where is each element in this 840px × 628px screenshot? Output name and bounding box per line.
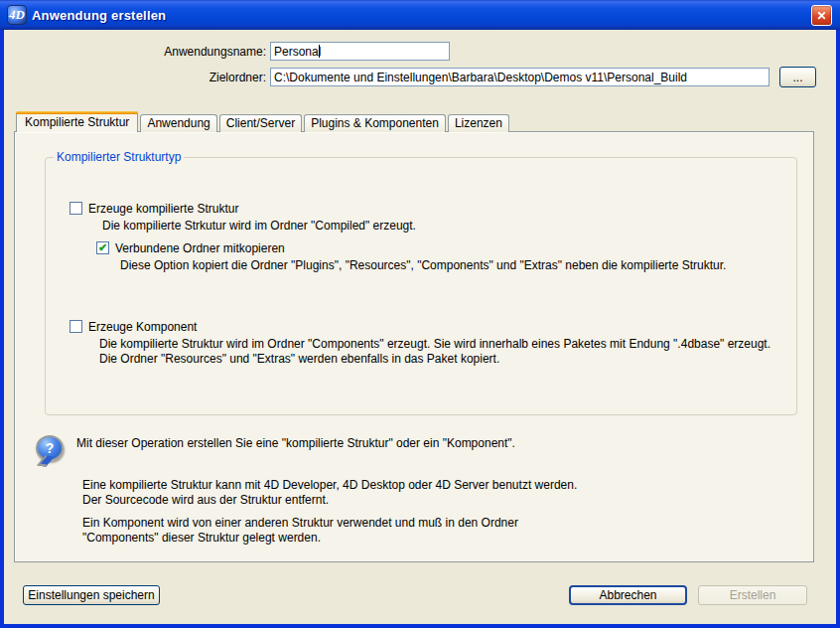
checkbox-label: Erzeuge Komponent <box>88 320 197 334</box>
save-settings-button[interactable]: Einstellungen speichern <box>23 585 160 605</box>
help-line: Der Sourcecode wird aus der Struktur ent… <box>82 493 577 508</box>
checkbox-label: Erzeuge kompilierte Struktur <box>88 202 238 216</box>
help-line: Ein Komponent wird von einer anderen Str… <box>82 516 518 531</box>
help-intro: Mit dieser Operation erstellen Sie eine … <box>76 436 515 451</box>
title-bar: 4D Anwendung erstellen ✕ <box>0 0 840 30</box>
help-line: Eine kompilierte Struktur kann mit 4D De… <box>82 478 577 493</box>
tab-client-server[interactable]: Client/Server <box>219 114 302 132</box>
help-line: "Components" dieser Struktur gelegt werd… <box>82 531 518 546</box>
app-name-input[interactable] <box>270 42 450 61</box>
option-description: Die Ordner "Resources" und "Extras" werd… <box>99 352 499 366</box>
dialog-window: 4D Anwendung erstellen ✕ Anwendungsname:… <box>0 0 840 628</box>
question-mark-icon: ? <box>46 440 55 456</box>
check-icon: ✔ <box>98 242 107 253</box>
window-title: Anwendung erstellen <box>32 8 166 23</box>
groupbox-kompilierter-strukturtyp: Kompilierter Strukturtyp <box>45 157 797 415</box>
close-button[interactable]: ✕ <box>811 5 832 26</box>
cancel-button[interactable]: Abbrechen <box>569 585 687 605</box>
target-folder-label: Zielordner: <box>87 71 266 84</box>
tab-anwendung[interactable]: Anwendung <box>140 114 216 132</box>
4d-logo-icon: 4D <box>7 5 27 25</box>
close-icon: ✕ <box>816 9 826 23</box>
checkbox-verbundene-ordner[interactable]: ✔ <box>96 241 109 254</box>
tab-plugins-komponenten[interactable]: Plugins & Komponenten <box>304 114 446 132</box>
browse-button[interactable]: ... <box>779 67 816 87</box>
create-button: Erstellen <box>698 585 807 605</box>
checkbox-erzeuge-komponent[interactable] <box>70 320 82 333</box>
option-description: Die kompilierte Struktur wird im Ordner … <box>99 337 770 351</box>
option-description: Diese Option kopiert die Ordner "Plugins… <box>120 258 726 272</box>
tab-strip: Kompilierte Struktur Anwendung Client/Se… <box>16 111 511 132</box>
app-name-label: Anwendungsname: <box>87 45 266 59</box>
help-paragraph-2: Ein Komponent wird von einer anderen Str… <box>82 516 518 546</box>
text-caret <box>319 45 320 58</box>
checkbox-erzeuge-kompilierte-struktur[interactable] <box>70 202 82 215</box>
option-description: Die kompilierte Strkutur wird im Ordner … <box>102 219 416 233</box>
groupbox-title: Kompilierter Strukturtyp <box>54 150 184 164</box>
tab-kompilierte-struktur[interactable]: Kompilierte Struktur <box>16 111 138 132</box>
tab-lizenzen[interactable]: Lizenzen <box>448 114 509 132</box>
target-folder-input[interactable] <box>270 68 770 86</box>
help-paragraph-1: Eine kompilierte Struktur kann mit 4D De… <box>82 478 577 508</box>
help-bubble-icon: ? <box>36 435 64 461</box>
checkbox-label: Verbundene Ordner mitkopieren <box>115 241 285 255</box>
